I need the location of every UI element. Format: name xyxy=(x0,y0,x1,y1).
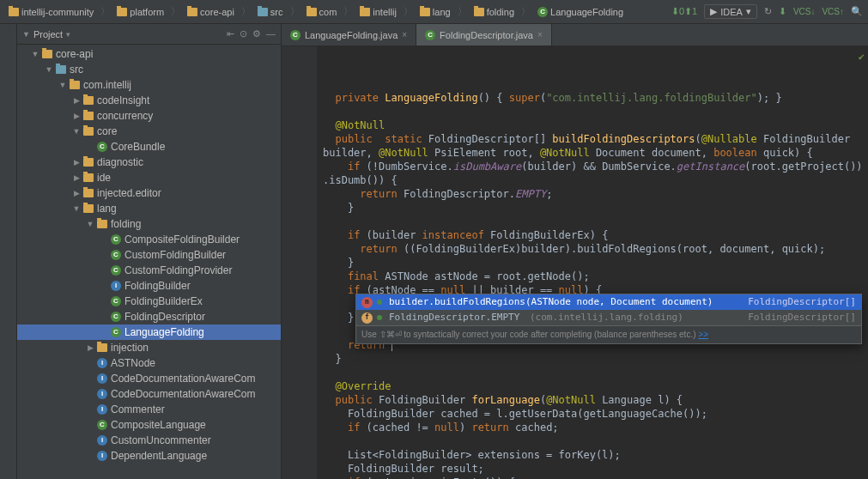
class-blue-icon: I xyxy=(97,451,107,461)
folder-icon xyxy=(42,50,52,58)
tree-arrow-icon[interactable] xyxy=(86,343,94,352)
class-blue-icon: I xyxy=(97,435,107,446)
code-editor[interactable]: private LanguageFolding() { super("com.i… xyxy=(318,46,868,479)
completion-item[interactable]: mbuilder.buildFoldRegions(ASTNode node, … xyxy=(356,294,861,310)
build-icon[interactable]: ⬇ xyxy=(779,6,786,17)
tree-label: DependentLanguage xyxy=(111,450,207,462)
breadcrumb-item[interactable]: lang xyxy=(416,5,454,19)
tree-item[interactable]: lang xyxy=(17,201,281,216)
run-config[interactable]: ▶ IDEA ▾ xyxy=(704,4,757,19)
tree-arrow-icon[interactable] xyxy=(72,189,81,197)
folder-icon xyxy=(83,127,94,136)
tree-item[interactable]: diagnostic xyxy=(17,155,281,170)
breadcrumb-item[interactable]: src xyxy=(254,5,287,19)
tree-arrow-icon[interactable] xyxy=(72,204,81,213)
breadcrumb-item[interactable]: core-api xyxy=(184,5,238,19)
tree-item[interactable]: ICommenter xyxy=(17,402,281,417)
project-tree[interactable]: core-apisrccom.intellijcodeInsightconcur… xyxy=(17,45,281,479)
class-icon: C xyxy=(97,142,107,152)
tree-arrow-icon[interactable] xyxy=(72,173,81,182)
breadcrumb-item[interactable]: platform xyxy=(113,5,167,19)
tree-label: CodeDocumentationAwareCom xyxy=(111,388,256,400)
tree-arrow-icon[interactable] xyxy=(72,127,81,136)
tree-item[interactable]: CCustomFoldingBuilder xyxy=(17,247,281,263)
settings-icon[interactable]: ⚙ xyxy=(252,28,261,39)
sync-icon[interactable]: ↻ xyxy=(764,6,772,17)
tree-item[interactable]: CCompositeFoldingBuilder xyxy=(17,232,281,247)
tree-arrow-icon[interactable] xyxy=(45,65,53,74)
folder-icon xyxy=(97,343,107,352)
folder-icon xyxy=(83,204,94,213)
tree-arrow-icon[interactable] xyxy=(72,158,81,167)
tree-item[interactable]: CCoreBundle xyxy=(17,139,281,155)
tree-item[interactable]: ICustomUncommenter xyxy=(17,433,281,448)
breadcrumb-item[interactable]: CLanguageFolding xyxy=(534,5,627,19)
tree-item[interactable]: IASTNode xyxy=(17,355,281,371)
tip-link[interactable]: >> xyxy=(698,330,708,339)
tree-label: core-api xyxy=(56,48,93,60)
vcs-update-icon[interactable]: VCS↓ xyxy=(793,7,816,16)
editor-gutter[interactable] xyxy=(282,46,318,479)
tree-item[interactable]: codeInsight xyxy=(17,93,281,108)
breadcrumb-item[interactable]: intellij xyxy=(356,5,400,19)
tree-item[interactable]: ICodeDocumentationAwareCom xyxy=(17,386,281,402)
tree-arrow-icon[interactable] xyxy=(72,96,81,105)
tree-item[interactable]: IFoldingBuilder xyxy=(17,278,281,294)
target-icon[interactable]: ⊙ xyxy=(240,28,247,39)
class-icon: C xyxy=(111,327,121,337)
close-icon[interactable]: × xyxy=(402,30,407,39)
tree-item[interactable]: CFoldingBuilderEx xyxy=(17,294,281,309)
panel-title[interactable]: ▼ Project ▾ xyxy=(22,29,227,39)
class-icon: C xyxy=(111,265,121,276)
run-indicator[interactable]: ⬇0⬆1 xyxy=(671,6,697,17)
editor-tab[interactable]: CLanguageFolding.java× xyxy=(282,24,416,45)
completion-tip: Use ⇧⌘⏎ to syntactically correct your co… xyxy=(356,325,861,343)
tree-item[interactable]: ICodeDocumentationAwareCom xyxy=(17,371,281,386)
editor-tabs: CLanguageFolding.java×CFoldingDescriptor… xyxy=(282,24,868,46)
tree-item[interactable]: core xyxy=(17,124,281,139)
breadcrumb-item[interactable]: intellij-community xyxy=(5,5,97,19)
folder-icon xyxy=(474,8,484,16)
tree-item[interactable]: folding xyxy=(17,216,281,232)
close-icon[interactable]: × xyxy=(537,30,543,39)
tree-item[interactable]: CFoldingDescriptor xyxy=(17,309,281,324)
tree-item[interactable]: com.intellij xyxy=(17,77,281,93)
breadcrumb-item[interactable]: folding xyxy=(470,5,518,19)
toolbar-right: ⬇0⬆1 ▶ IDEA ▾ ↻ ⬇ VCS↓ VCS↑ 🔍 xyxy=(671,4,863,19)
completion-popup[interactable]: mbuilder.buildFoldRegions(ASTNode node, … xyxy=(355,294,862,344)
editor-tab[interactable]: CFoldingDescriptor.java× xyxy=(416,24,552,45)
tree-label: concurrency xyxy=(97,110,153,122)
tree-label: folding xyxy=(111,218,141,230)
tree-arrow-icon[interactable] xyxy=(31,50,39,58)
tree-label: ASTNode xyxy=(111,357,155,369)
tree-item[interactable]: CLanguageFolding xyxy=(17,324,281,340)
class-blue-icon: I xyxy=(97,389,107,399)
tree-item[interactable]: injected.editor xyxy=(17,185,281,201)
tree-item[interactable]: ide xyxy=(17,170,281,185)
tree-item[interactable]: CCompositeLanguage xyxy=(17,417,281,433)
tree-item[interactable]: src xyxy=(17,62,281,77)
class-icon: C xyxy=(425,30,435,40)
breadcrumb-item[interactable]: com xyxy=(303,5,341,19)
tree-label: injected.editor xyxy=(97,187,161,199)
completion-item[interactable]: fFoldingDescriptor.EMPTY (com.intellij.l… xyxy=(356,310,861,325)
folder-icon xyxy=(83,96,94,105)
tree-item[interactable]: core-api xyxy=(17,46,281,62)
tree-item[interactable]: CCustomFoldingProvider xyxy=(17,263,281,278)
class-blue-icon: I xyxy=(97,404,107,415)
tree-label: FoldingDescriptor xyxy=(124,311,205,323)
tree-item[interactable]: injection xyxy=(17,340,281,355)
vcs-commit-icon[interactable]: VCS↑ xyxy=(822,7,844,16)
editor-area: CLanguageFolding.java×CFoldingDescriptor… xyxy=(282,24,868,479)
folder-icon xyxy=(117,8,127,16)
hide-icon[interactable]: — xyxy=(266,28,276,39)
tree-item[interactable]: concurrency xyxy=(17,108,281,124)
tree-arrow-icon[interactable] xyxy=(72,112,81,120)
folder-icon xyxy=(187,8,197,16)
search-icon[interactable]: 🔍 xyxy=(851,6,863,17)
collapse-icon[interactable]: ⇤ xyxy=(227,28,234,39)
tree-arrow-icon[interactable] xyxy=(58,81,67,89)
folder-blue-icon xyxy=(56,65,66,74)
tree-item[interactable]: IDependentLanguage xyxy=(17,448,281,464)
tree-arrow-icon[interactable] xyxy=(86,220,94,228)
